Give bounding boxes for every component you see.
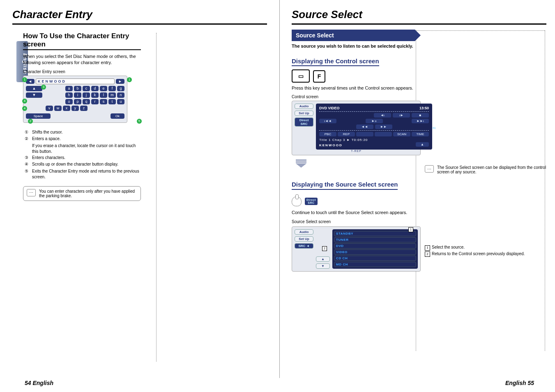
callout-badge-4: 4 <box>22 99 27 104</box>
transport-button[interactable]: ◄◄ <box>356 125 373 129</box>
side-note: ⋯ The Source Select screen can be displa… <box>425 165 546 174</box>
char-key[interactable]: q <box>83 99 90 104</box>
ok-button[interactable]: Ok <box>111 113 124 119</box>
direct-src-chip-top: Direct <box>306 198 316 201</box>
transport-button[interactable]: ►►ı <box>412 119 429 123</box>
legend-text: Shifts the cursor. <box>32 129 62 136</box>
char-key[interactable]: r <box>91 99 99 104</box>
callout-badge-3: 3 <box>41 85 46 90</box>
control-screen-caption: Control screen <box>292 95 415 99</box>
note-icon: ⋯ <box>425 165 434 173</box>
char-key[interactable]: t <box>108 99 116 104</box>
char-key[interactable]: s <box>100 99 107 104</box>
subheading: Displaying the Control screen <box>292 58 379 66</box>
mode-chip[interactable]: TIME <box>412 132 429 136</box>
char-key[interactable]: n <box>117 92 124 98</box>
note-text: You can enter characters only after you … <box>39 189 137 198</box>
source-item[interactable]: CD CH <box>334 256 416 261</box>
transport-button[interactable]: ►► <box>375 125 392 129</box>
section-intro: The source you wish to listen to can be … <box>292 44 415 48</box>
right-legend: 1Select the source. 2Returns to the Cont… <box>425 244 546 257</box>
control-screen-figure: Audio Set Up Direct SRC DVD VIDEO 13:50 … <box>292 101 421 155</box>
nav-down-button[interactable]: ▼ <box>316 263 330 269</box>
page-title: Source Select <box>292 8 546 21</box>
legend-num: ① <box>25 129 30 136</box>
mode-chip[interactable]: REP <box>338 132 355 136</box>
char-key[interactable]: u <box>117 99 124 104</box>
char-key[interactable]: w <box>54 106 62 111</box>
char-key[interactable]: h <box>65 92 73 98</box>
direct-src-chip-bot: SRC <box>308 201 314 204</box>
source-item[interactable]: VIDEO <box>334 249 416 255</box>
ctrl-side-directsrc[interactable]: Direct SRC <box>295 118 313 127</box>
title-rule <box>12 23 267 25</box>
mode-chip[interactable]: SCAN <box>393 132 410 136</box>
column-divider-top <box>416 30 545 31</box>
char-key[interactable]: i <box>74 92 81 98</box>
intro-paragraph: When you select the Set Disc Name mode o… <box>23 53 141 66</box>
mode-chip[interactable]: PBC <box>319 132 336 136</box>
char-key[interactable]: y <box>71 106 79 111</box>
column-divider <box>156 33 157 362</box>
mode-chip[interactable] <box>356 132 373 136</box>
page-right: Source Select Source Select The source y… <box>279 0 555 386</box>
character-entry-figure: 1 1 3 4 4 2 5 ◄ KENWOOD ► ▲ ▼ <box>23 76 141 123</box>
char-key[interactable]: o <box>65 99 73 104</box>
legend-num: ② <box>25 136 30 142</box>
char-key[interactable]: z <box>80 106 88 111</box>
char-key[interactable]: c <box>83 86 90 91</box>
cursor-left-button[interactable]: ◄ <box>26 79 35 84</box>
char-key[interactable]: l <box>100 92 107 98</box>
char-key[interactable]: a <box>65 86 73 91</box>
char-key[interactable]: k <box>91 92 99 98</box>
subheading: Displaying the Source Select screen <box>292 181 398 190</box>
transport-button[interactable]: ı◄◄ <box>319 119 336 123</box>
callout-badge-2: 2 <box>28 119 33 124</box>
transport-button[interactable]: ■ <box>412 113 429 118</box>
right-page-col1: Source Select The source you wish to lis… <box>292 30 415 272</box>
direct-src-chip[interactable]: Direct SRC <box>305 198 318 205</box>
footer-left: 54 English <box>25 380 53 386</box>
char-key[interactable]: j <box>83 92 90 98</box>
source-item[interactable]: TUNER <box>334 237 416 242</box>
char-key[interactable]: p <box>74 99 81 104</box>
transport-button[interactable]: ◄ı <box>374 113 391 118</box>
callout-badge-1b: 1 <box>127 77 132 82</box>
cursor-right-button[interactable]: ► <box>116 79 124 84</box>
scroll-down-button[interactable]: ▼ <box>26 92 42 98</box>
char-key[interactable]: x <box>63 106 70 111</box>
page-left: Character Entry How To Use the Character… <box>0 0 279 386</box>
char-key[interactable]: e <box>100 86 107 91</box>
source-item[interactable]: STANDBY <box>334 231 416 236</box>
scroll-up-button[interactable]: ▲ <box>26 86 42 91</box>
legend-subtext: If you erase a character, locate the cur… <box>32 143 141 155</box>
ss-side-setup[interactable]: Set Up <box>295 236 313 242</box>
space-button[interactable]: Space <box>26 113 51 119</box>
char-key[interactable]: d <box>91 86 99 91</box>
source-item[interactable]: MD CH <box>334 262 416 267</box>
ss-side-src[interactable]: SRC ◄ <box>295 243 313 249</box>
nav-up-button[interactable]: ▲ <box>316 256 330 262</box>
ctrl-status-line1: Title 1 Chap 3 ► T0:05:20 <box>319 138 429 142</box>
note-box: ⋯ You can enter characters only after yo… <box>23 186 141 201</box>
source-select-figure: 1 2 Audio Set Up SRC ◄ ▲ ▼ STANDBY TUNER <box>292 226 415 272</box>
callout-badge-1: 1 <box>22 77 27 82</box>
section-heading: How To Use the Character Entry screen <box>23 32 141 48</box>
up-button[interactable]: ▲ <box>416 142 429 147</box>
source-item[interactable]: DVD <box>334 243 416 249</box>
transport-button[interactable]: ı► <box>393 113 410 118</box>
char-key[interactable]: g <box>117 86 124 91</box>
char-key[interactable]: b <box>74 86 81 91</box>
key-illustration: ▭ F <box>292 69 415 83</box>
char-key[interactable]: m <box>108 92 116 98</box>
ctrl-header-right: 13:50 <box>419 106 429 110</box>
ss-side-audio[interactable]: Audio <box>295 229 313 235</box>
char-key[interactable]: f <box>108 86 116 91</box>
ctrl-side-setup[interactable]: Set Up <box>295 111 313 116</box>
transport-button[interactable]: ►ıı <box>366 119 383 123</box>
mode-chip[interactable] <box>375 132 392 136</box>
ctrl-side-audio[interactable]: Audio <box>295 104 313 109</box>
char-key[interactable]: v <box>46 106 53 111</box>
entry-textfield[interactable]: KENWOOD <box>36 78 115 84</box>
ctrl-status-line2: KENWOOD <box>319 143 343 147</box>
